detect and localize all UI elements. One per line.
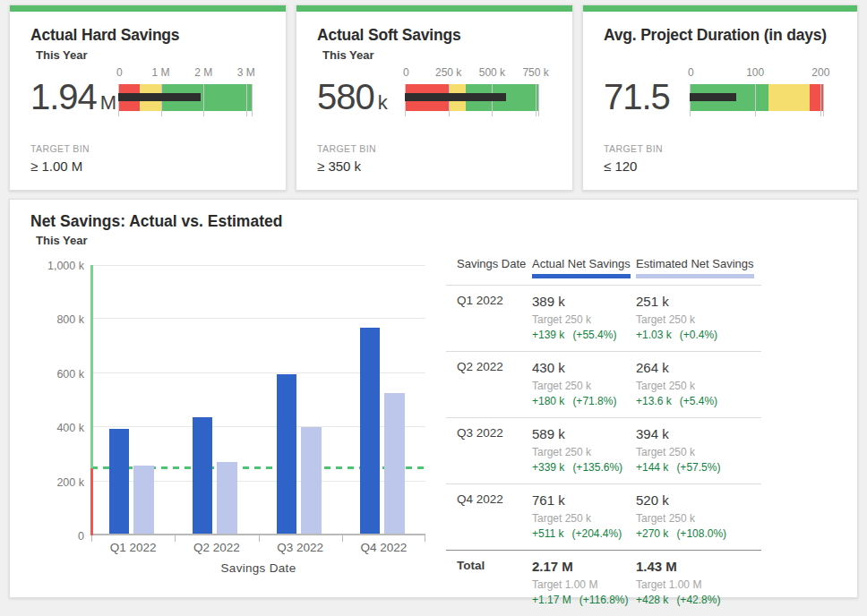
cell-estimated: 264 kTarget 250 k+13.6 k(+5.4%) bbox=[636, 360, 761, 407]
row-label: Q3 2022 bbox=[446, 426, 532, 474]
delta-value: +1.03 k bbox=[636, 329, 672, 341]
kpi-card-project-duration[interactable]: Avg. Project Duration (in days) 71.5 010… bbox=[582, 4, 858, 191]
delta-value: +339 k bbox=[532, 461, 564, 474]
kpi-card-hard-savings[interactable]: Actual Hard Savings This Year 1.94M 01 M… bbox=[9, 4, 287, 191]
kpi-subtitle bbox=[609, 48, 857, 63]
delta-value: +1.17 M bbox=[532, 594, 571, 606]
column-header-savings-date[interactable]: Savings Date bbox=[446, 255, 532, 278]
kpi-subtitle: This Year bbox=[36, 48, 286, 63]
x-axis-label: Q4 2022 bbox=[342, 541, 425, 554]
row-label: Total bbox=[446, 559, 532, 606]
delta-pct: (+42.8%) bbox=[676, 594, 720, 606]
cell-value: 589 k bbox=[532, 426, 636, 441]
cell-value: 2.17 M bbox=[532, 559, 636, 574]
cell-estimated: 1.43 MTarget 1.00 M+428 k(+42.8%) bbox=[636, 559, 761, 606]
bullet-tick-line bbox=[823, 84, 824, 116]
table-row-q3-2022[interactable]: Q3 2022589 kTarget 250 k+339 k(+135.6%)3… bbox=[446, 417, 761, 483]
chart-title: Net Savings: Actual vs. Estimated bbox=[30, 212, 857, 231]
comparison-table: Savings Date Actual Net Savings Estimate… bbox=[446, 255, 761, 616]
card-accent-bar bbox=[583, 5, 857, 12]
cell-value: 264 k bbox=[636, 360, 761, 375]
row-label: Q1 2022 bbox=[446, 294, 532, 341]
kpi-unit: M bbox=[100, 91, 116, 114]
cell-value: 761 k bbox=[532, 492, 636, 508]
card-accent-bar bbox=[10, 5, 286, 12]
table-row-q4-2022[interactable]: Q4 2022761 kTarget 250 k+511 k(+204.4%)5… bbox=[446, 483, 761, 550]
delta-pct: (+5.4%) bbox=[680, 395, 717, 407]
grouped-bar-chart: 0200 k400 k600 k800 k1,000 kQ1 2022Q2 20… bbox=[91, 265, 425, 535]
kpi-unit: k bbox=[378, 91, 387, 114]
cell-target: Target 250 k bbox=[532, 313, 636, 326]
delta-pct: (+55.4%) bbox=[572, 329, 616, 341]
kpi-value: 1.94M bbox=[30, 77, 116, 117]
gridline bbox=[91, 265, 425, 266]
cell-delta: +270 k(+108.0%) bbox=[636, 527, 761, 540]
bar-actual-q3-2022[interactable] bbox=[277, 374, 296, 534]
kpi-title: Avg. Project Duration (in days) bbox=[604, 26, 857, 45]
kpi-subtitle: This Year bbox=[322, 48, 572, 63]
target-bin-label: TARGET BIN bbox=[30, 143, 286, 154]
bullet-tick-line bbox=[203, 84, 204, 116]
table-row-q2-2022[interactable]: Q2 2022430 kTarget 250 k+180 k(+71.8%)26… bbox=[446, 351, 761, 417]
bullet-measure-bar bbox=[118, 93, 201, 101]
cell-actual: 2.17 MTarget 1.00 M+1.17 M(+116.8%) bbox=[532, 559, 636, 606]
column-header-actual[interactable]: Actual Net Savings bbox=[532, 255, 636, 278]
bullet-band bbox=[118, 84, 253, 111]
delta-value: +180 k bbox=[532, 395, 564, 407]
delta-pct: (+135.6%) bbox=[572, 461, 622, 474]
card-accent-bar bbox=[296, 5, 572, 12]
bullet-zone-red bbox=[810, 84, 824, 111]
cell-value: 251 k bbox=[636, 294, 761, 309]
cell-estimated: 520 kTarget 250 k+270 k(+108.0%) bbox=[636, 492, 761, 540]
delta-pct: (+116.8%) bbox=[579, 594, 629, 606]
bullet-tick-label: 1 M bbox=[152, 66, 170, 79]
y-axis-label: 400 k bbox=[20, 422, 84, 434]
cell-target: Target 1.00 M bbox=[532, 578, 636, 591]
bar-estimated-q3-2022[interactable] bbox=[301, 427, 322, 534]
bar-estimated-q2-2022[interactable] bbox=[217, 462, 237, 534]
y-axis-label: 1,000 k bbox=[20, 260, 84, 272]
y-axis-label: 200 k bbox=[20, 476, 84, 489]
cell-target: Target 250 k bbox=[532, 512, 636, 525]
cell-actual: 430 kTarget 250 k+180 k(+71.8%) bbox=[532, 360, 636, 407]
cell-actual: 389 kTarget 250 k+139 k(+55.4%) bbox=[532, 294, 636, 341]
delta-value: +511 k bbox=[532, 527, 563, 540]
bullet-band bbox=[405, 84, 539, 111]
bullet-tick-label: 250 k bbox=[435, 66, 461, 79]
cell-target: Target 250 k bbox=[532, 380, 636, 392]
y-axis-label: 0 bbox=[20, 530, 84, 543]
cell-delta: +13.6 k(+5.4%) bbox=[636, 395, 761, 407]
table-row-q1-2022[interactable]: Q1 2022389 kTarget 250 k+139 k(+55.4%)25… bbox=[446, 285, 761, 351]
table-row-total[interactable]: Total2.17 MTarget 1.00 M+1.17 M(+116.8%)… bbox=[446, 550, 761, 616]
bullet-tick-line bbox=[252, 84, 253, 116]
kpi-value: 71.5 bbox=[604, 77, 674, 117]
delta-value: +139 k bbox=[532, 329, 564, 341]
cell-target: Target 1.00 M bbox=[636, 578, 761, 591]
cell-target: Target 250 k bbox=[636, 313, 761, 326]
bullet-tick-label: 750 k bbox=[522, 66, 548, 79]
cell-delta: +428 k(+42.8%) bbox=[636, 594, 761, 606]
bar-estimated-q4-2022[interactable] bbox=[384, 393, 405, 534]
column-header-estimated[interactable]: Estimated Net Savings bbox=[636, 255, 761, 278]
bar-estimated-q1-2022[interactable] bbox=[133, 466, 154, 534]
bar-actual-q4-2022[interactable] bbox=[360, 328, 380, 534]
delta-pct: (+57.5%) bbox=[676, 461, 720, 474]
bullet-measure-bar bbox=[405, 93, 506, 101]
bullet-tick-label: 0 bbox=[403, 66, 409, 79]
x-axis-label: Q1 2022 bbox=[91, 541, 175, 554]
kpi-card-soft-savings[interactable]: Actual Soft Savings This Year 580k 0250 … bbox=[296, 4, 573, 191]
bullet-tick-label: 2 M bbox=[194, 66, 212, 79]
bullet-tick-label: 100 bbox=[746, 66, 764, 79]
cell-value: 389 k bbox=[532, 294, 636, 309]
bar-actual-q1-2022[interactable] bbox=[109, 429, 129, 534]
bar-actual-q2-2022[interactable] bbox=[193, 417, 212, 534]
cell-target: Target 250 k bbox=[636, 512, 761, 525]
cell-value: 520 k bbox=[636, 492, 761, 508]
target-bin-value: ≥ 350 k bbox=[317, 158, 572, 174]
cell-delta: +1.17 M(+116.8%) bbox=[532, 594, 636, 606]
bullet-tick-label: 3 M bbox=[237, 66, 255, 79]
table-body: Q1 2022389 kTarget 250 k+139 k(+55.4%)25… bbox=[446, 285, 761, 616]
target-bin-label: TARGET BIN bbox=[317, 143, 572, 154]
net-savings-visual[interactable]: Net Savings: Actual vs. Estimated This Y… bbox=[9, 199, 858, 598]
y-axis-line-below-target bbox=[90, 468, 93, 536]
